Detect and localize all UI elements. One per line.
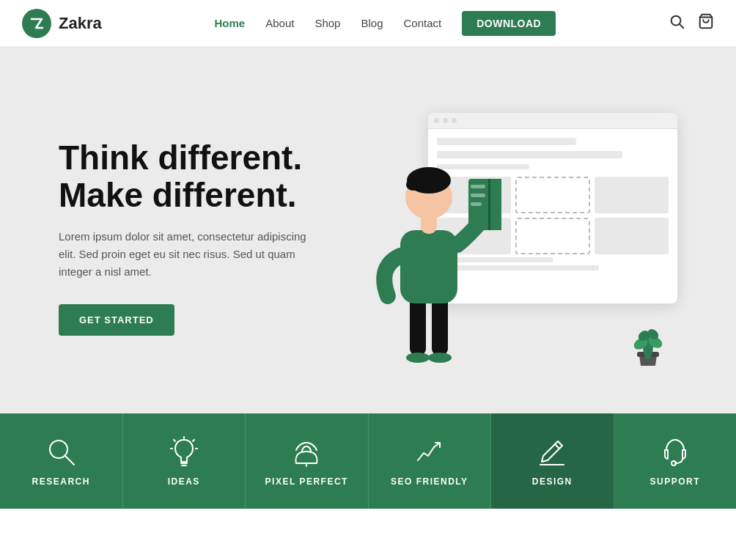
svg-rect-3 — [410, 296, 426, 355]
seo-friendly-icon — [413, 435, 446, 468]
hero-section: Think different. Make different. Lorem i… — [0, 47, 736, 413]
pixel-perfect-icon — [290, 435, 323, 468]
svg-rect-12 — [471, 202, 482, 206]
feature-research[interactable]: RESEARCH — [0, 413, 123, 509]
search-icon[interactable] — [669, 13, 685, 33]
nav-about[interactable]: About — [265, 17, 294, 29]
svg-line-29 — [193, 440, 194, 441]
plant-illustration — [626, 318, 670, 369]
hero-illustration — [325, 98, 677, 377]
download-button[interactable]: DOWNLOAD — [462, 11, 556, 36]
svg-rect-7 — [400, 230, 457, 303]
cart-icon[interactable] — [698, 13, 714, 33]
hero-subtext: Lorem ipsum dolor sit amet, consectetur … — [59, 228, 325, 281]
logo-icon — [22, 9, 51, 38]
logo-name: Zakra — [59, 14, 102, 33]
svg-line-24 — [65, 456, 74, 465]
feature-ideas[interactable]: IDEAS — [123, 413, 246, 509]
research-label: RESEARCH — [32, 476, 90, 487]
svg-point-5 — [406, 353, 430, 363]
seo-friendly-label: SEO FRIENDLY — [391, 476, 468, 487]
feature-pixel-perfect[interactable]: PIXEL PERFECT — [246, 413, 369, 509]
person-illustration — [355, 128, 501, 377]
feature-seo-friendly[interactable]: SEO FRIENDLY — [369, 413, 492, 509]
ideas-label: IDEAS — [168, 476, 200, 487]
hero-text-area: Think different. Make different. Lorem i… — [59, 139, 325, 336]
design-label: DESIGN — [532, 476, 573, 487]
nav-home[interactable]: Home — [215, 17, 246, 29]
svg-line-33 — [555, 444, 559, 449]
nav-contact[interactable]: Contact — [403, 17, 441, 29]
research-icon — [45, 435, 77, 468]
svg-point-34 — [671, 461, 676, 465]
svg-rect-10 — [471, 185, 485, 188]
svg-line-28 — [174, 440, 175, 441]
svg-line-1 — [680, 24, 683, 28]
nav-shop[interactable]: Shop — [314, 17, 340, 29]
pixel-perfect-label: PIXEL PERFECT — [265, 476, 348, 487]
svg-point-6 — [428, 353, 452, 363]
svg-rect-4 — [432, 296, 448, 355]
get-started-button[interactable]: GET STARTED — [59, 304, 174, 336]
support-label: SUPPORT — [649, 476, 700, 487]
header: Zakra Home About Shop Blog Contact DOWNL… — [0, 0, 736, 47]
header-icons — [669, 13, 714, 33]
nav-blog[interactable]: Blog — [361, 17, 383, 29]
design-icon — [536, 435, 568, 468]
ideas-icon — [168, 435, 200, 468]
support-icon — [659, 435, 691, 468]
feature-support[interactable]: SUPPORT — [614, 413, 737, 509]
feature-design[interactable]: DESIGN — [491, 413, 614, 509]
logo-area[interactable]: Zakra — [22, 9, 102, 38]
hero-heading: Think different. Make different. — [59, 139, 325, 213]
svg-point-16 — [406, 179, 421, 191]
svg-rect-11 — [471, 194, 485, 197]
svg-rect-9 — [488, 179, 490, 230]
main-nav: Home About Shop Blog Contact DOWNLOAD — [215, 11, 556, 36]
features-bar: RESEARCH IDEAS PIXEL PERFECT S — [0, 413, 736, 509]
